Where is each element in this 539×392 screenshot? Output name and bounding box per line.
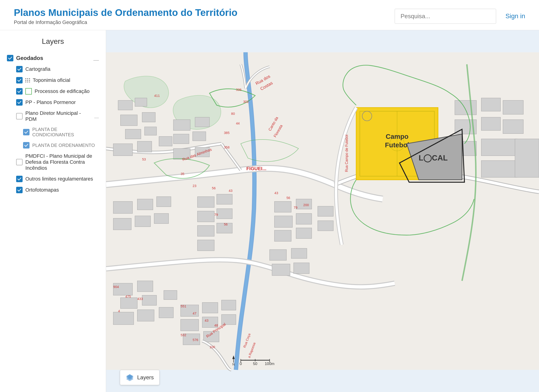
svg-text:79: 79 (214, 213, 218, 217)
svg-text:Rua Campo de Futebol: Rua Campo de Futebol (345, 135, 349, 172)
svg-rect-15 (193, 132, 206, 141)
checkbox-outros[interactable] (16, 176, 23, 182)
svg-text:L◯CAL: L◯CAL (419, 154, 448, 163)
svg-rect-34 (274, 216, 292, 227)
layer-item-orto[interactable]: Ortofotomapas (7, 184, 99, 196)
svg-rect-53 (221, 300, 236, 310)
checkbox-pmdfci[interactable] (16, 159, 23, 165)
svg-rect-43 (294, 263, 309, 274)
svg-text:Campo: Campo (386, 133, 409, 140)
svg-rect-25 (137, 281, 153, 292)
svg-rect-46 (197, 211, 214, 222)
layer-item-processos[interactable]: Processos de edificação (7, 86, 99, 97)
checkbox-pp[interactable] (16, 99, 23, 106)
app-subtitle: Portal de Informação Geográfica (14, 19, 237, 25)
svg-rect-38 (318, 206, 333, 217)
svg-text:43: 43 (229, 189, 232, 193)
checkbox-planta-cond[interactable] (23, 129, 29, 135)
layer-label-pdm: Plano Diretor Municipal - PDM (25, 110, 91, 122)
layers-button[interactable]: Layers (120, 370, 159, 385)
layer-item-geodados[interactable]: Geodados ⎯⎯ (7, 53, 99, 64)
sidebar-title: Layers (7, 37, 99, 46)
svg-rect-67 (481, 161, 518, 178)
svg-rect-68 (515, 139, 539, 178)
svg-rect-21 (113, 218, 131, 230)
svg-rect-52 (202, 303, 218, 313)
svg-text:50: 50 (253, 362, 258, 366)
layer-item-pp[interactable]: PP - Planos Pormenor (7, 97, 99, 108)
checkbox-processos[interactable] (16, 88, 23, 95)
rect-icon-processos (25, 88, 32, 95)
checkbox-planta-ord[interactable] (23, 142, 29, 149)
svg-rect-60 (481, 98, 500, 111)
svg-rect-35 (296, 213, 312, 224)
svg-rect-4 (135, 98, 147, 106)
layer-item-outros[interactable]: Outros limites regulamentares (7, 173, 99, 184)
svg-text:79: 79 (294, 206, 297, 209)
svg-rect-44 (197, 197, 214, 208)
layer-label-planta-ord: PLANTA DE ORDENAMENTO (32, 143, 99, 148)
svg-rect-41 (291, 248, 307, 258)
svg-text:433: 433 (137, 297, 143, 301)
svg-rect-27 (142, 295, 157, 305)
layers-stack-icon (126, 373, 134, 382)
header: Planos Municipais de Ordenamento do Terr… (0, 0, 539, 30)
checkbox-geodados[interactable] (7, 55, 13, 61)
svg-text:53: 53 (142, 158, 146, 161)
layer-item-planta-cond[interactable]: PLANTA DE CONDICIONANTES (7, 125, 99, 140)
sidebar: Layers Geodados ⎯⎯ Cartografia (0, 30, 106, 392)
checkbox-orto[interactable] (16, 187, 23, 193)
svg-rect-18 (113, 202, 132, 213)
svg-text:302: 302 (243, 100, 249, 104)
svg-text:100m: 100m (265, 362, 274, 366)
layer-item-planta-ord[interactable]: PLANTA DE ORDENAMENTO (7, 140, 99, 151)
checkbox-pdm[interactable] (16, 113, 23, 119)
svg-rect-59 (455, 101, 476, 115)
svg-rect-50 (197, 240, 214, 251)
svg-rect-61 (503, 101, 524, 115)
svg-text:100: 100 (210, 345, 215, 349)
svg-text:Futebol: Futebol (385, 141, 409, 149)
map-container[interactable]: Campo Futebol L◯CAL (106, 30, 539, 392)
svg-text:200: 200 (303, 203, 309, 207)
svg-text:23: 23 (193, 184, 196, 188)
layer-label-pp: PP - Planos Pormenor (25, 99, 99, 105)
checkbox-toponimia[interactable] (16, 77, 23, 83)
sign-in-button[interactable]: Sign in (505, 12, 525, 20)
svg-text:336: 336 (236, 88, 241, 92)
layer-item-pmdfci[interactable]: PMDFCI - Plano Municipal de Defesa da Fl… (7, 151, 99, 173)
map-svg: Campo Futebol L◯CAL (106, 30, 539, 392)
layer-item-pdm[interactable]: Plano Diretor Municipal - PDM ⎯⎯ (7, 108, 99, 125)
layer-label-geodados: Geodados (16, 55, 91, 61)
svg-rect-6 (142, 112, 155, 122)
svg-text:904: 904 (113, 285, 119, 289)
svg-text:56: 56 (212, 187, 216, 190)
svg-text:532: 532 (181, 333, 186, 337)
svg-rect-40 (270, 250, 286, 261)
search-input[interactable] (395, 9, 496, 24)
expand-icon-geodados[interactable]: ⎯⎯ (93, 56, 99, 61)
layer-item-cartografia[interactable]: Cartografia (7, 64, 99, 75)
layer-label-cartografia: Cartografia (25, 66, 99, 72)
svg-text:43: 43 (274, 191, 278, 195)
svg-text:551: 551 (181, 304, 186, 308)
layer-label-planta-cond: PLANTA DE CONDICIONANTES (32, 127, 99, 137)
svg-rect-23 (154, 213, 169, 224)
layer-label-pmdfci: PMDFCI - Plano Municipal de Defesa da Fl… (25, 153, 99, 171)
svg-text:80: 80 (231, 112, 235, 116)
svg-rect-3 (118, 101, 133, 110)
svg-rect-28 (164, 290, 177, 300)
svg-text:411: 411 (154, 94, 160, 97)
app-title: Planos Municipais de Ordenamento do Terr… (14, 7, 237, 19)
svg-rect-19 (137, 199, 153, 210)
layer-item-toponimia[interactable]: Toponimia oficial (7, 75, 99, 86)
svg-text:56: 56 (224, 223, 227, 226)
checkbox-cartografia[interactable] (16, 66, 23, 73)
svg-text:47: 47 (193, 311, 196, 315)
dots-icon-toponimia (25, 78, 30, 82)
expand-icon-pdm[interactable]: ⎯⎯ (94, 114, 99, 118)
svg-rect-65 (481, 139, 518, 156)
svg-rect-37 (296, 228, 312, 239)
svg-rect-14 (173, 134, 189, 144)
svg-rect-63 (481, 117, 500, 131)
